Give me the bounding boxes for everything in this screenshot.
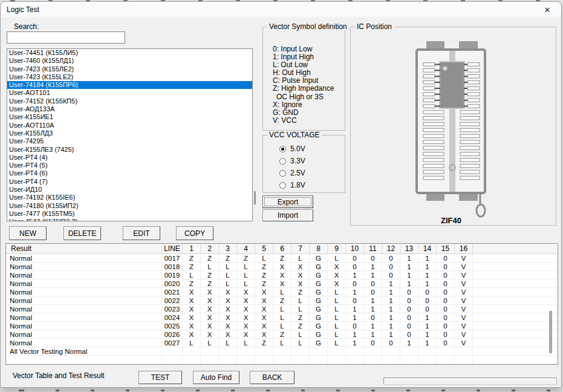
vcc-option[interactable]: 5.0V <box>263 143 345 155</box>
list-item[interactable]: User-74192 (К155IE6) <box>7 194 252 201</box>
vector-cell: 0 <box>346 279 364 287</box>
vector-cell: 1 <box>400 279 418 287</box>
list-item[interactable]: User-PT4 (7) <box>7 178 252 186</box>
import-button[interactable]: Import <box>262 209 313 221</box>
list-item[interactable]: User-PT4 (5) <box>7 162 252 169</box>
search-input[interactable] <box>7 31 125 44</box>
vector-cell: L <box>255 254 273 262</box>
vcc-option[interactable]: 2.5V <box>263 167 345 179</box>
result-table[interactable]: ResultLINE12345678910111213141516 Normal… <box>5 243 558 365</box>
close-button[interactable]: ✕ <box>537 2 558 18</box>
auto-find-button[interactable]: Auto Find <box>193 371 239 384</box>
list-item[interactable]: User-7423 (К155LE2) <box>7 73 252 81</box>
zif-socket-graphic <box>351 27 557 226</box>
table-row[interactable]: Normal0021XXXXXLZGL101000V <box>6 288 558 296</box>
table-row[interactable]: Normal0023XXXXXLLGL111000V <box>6 305 558 313</box>
column-header[interactable]: 11 <box>364 244 382 253</box>
list-item[interactable]: User-PT4 (4) <box>7 154 252 162</box>
radio-icon[interactable] <box>279 158 286 165</box>
vector-cell: L <box>328 322 346 330</box>
radio-icon[interactable] <box>279 146 286 152</box>
column-header[interactable]: 8 <box>310 244 328 253</box>
ic-position-groupbox: IC Position ZIF40 <box>350 27 556 226</box>
summary-row: All Vector Testing Normal <box>6 347 558 356</box>
list-item[interactable]: User-ИД10 <box>7 186 252 194</box>
socket-pin <box>423 152 444 156</box>
column-header[interactable]: 1 <box>183 244 201 253</box>
list-item[interactable]: User-74180 (К155ИП2) <box>7 202 252 210</box>
column-header[interactable]: 16 <box>455 244 473 253</box>
list-item[interactable]: User-7477 (К155ТМ5) <box>7 210 252 218</box>
back-button[interactable]: BACK <box>250 371 295 384</box>
socket-pin <box>423 176 444 180</box>
table-row[interactable]: Normal0027LLLLZLLGL100110V <box>6 339 558 347</box>
radio-icon[interactable] <box>279 182 286 189</box>
list-item[interactable]: User-7460 (К155ЛД1) <box>7 57 252 65</box>
chip-listbox[interactable]: User-74451 (К155ЛИ5)User-7460 (К155ЛД1)U… <box>7 48 253 221</box>
table-row[interactable]: Normal0017ZZZZLZLGL000110V <box>6 254 558 263</box>
export-button[interactable]: Export <box>262 195 313 208</box>
table-row[interactable]: Normal0022XXXXXZLGL011000V <box>6 296 558 305</box>
vector-cell: L <box>183 271 201 279</box>
socket-type-label: ZIF40 <box>409 216 493 225</box>
list-item[interactable]: User-AOT110A <box>7 122 252 129</box>
column-header[interactable]: 9 <box>328 244 346 253</box>
table-row[interactable]: Normal0025XXXXXLZGL011010V <box>6 322 558 330</box>
column-header[interactable]: LINE <box>162 244 183 253</box>
vector-cell: Z <box>219 254 237 262</box>
table-row[interactable]: Normal0024XXXXXLZGL101010V <box>6 313 558 322</box>
test-button[interactable]: TEST <box>138 371 182 384</box>
list-item[interactable]: User-74184 (К155ПР6) <box>7 81 252 89</box>
table-row[interactable]: Normal0018ZLLLZXXGX010110V <box>6 263 558 271</box>
back-button-label: BACK <box>262 373 282 382</box>
vector-cell: 1 <box>382 296 400 304</box>
column-header[interactable]: 14 <box>418 244 437 253</box>
vcc-option-label: 2.5V <box>290 169 305 177</box>
vector-cell: 1 <box>346 288 364 296</box>
list-item[interactable]: User-К155ЛД3 <box>7 129 252 137</box>
list-item[interactable]: User-74152 (К155КП5) <box>7 97 252 105</box>
list-item[interactable]: User-4543 (К176ID3-2) <box>7 218 252 221</box>
edit-button[interactable]: EDIT <box>123 226 160 240</box>
table-row[interactable]: Normal0020ZZLLZXXGX001110V <box>6 279 558 288</box>
list-item[interactable]: User-PT4 (6) <box>7 169 252 177</box>
copy-button[interactable]: COPY <box>176 226 213 240</box>
listbox-scrollbar-thumb[interactable] <box>254 191 256 204</box>
column-header[interactable]: 5 <box>255 244 273 253</box>
vcc-option-label: 1.8V <box>290 181 305 189</box>
list-item[interactable]: User-74451 (К155ЛИ5) <box>7 49 252 57</box>
column-header[interactable]: 2 <box>201 244 219 253</box>
new-button[interactable]: NEW <box>9 226 47 240</box>
list-item[interactable]: User-74295 <box>7 137 252 145</box>
column-header[interactable]: 13 <box>400 244 418 253</box>
list-item[interactable]: User-AOT101 <box>7 89 252 97</box>
vector-cell: V <box>455 254 473 262</box>
delete-button[interactable]: DELETE <box>63 226 101 240</box>
column-header[interactable]: 15 <box>437 244 455 253</box>
list-item[interactable]: User-7423 (К155ЛЕ2) <box>7 65 252 73</box>
table-row[interactable]: Normal0019LZLLZXXGX110110V <box>6 271 558 279</box>
vector-cell: L <box>328 305 346 313</box>
table-scrollbar-thumb[interactable] <box>549 311 552 353</box>
socket-pin <box>460 122 480 126</box>
column-header[interactable]: 12 <box>382 244 400 253</box>
column-header[interactable]: Result <box>6 244 162 253</box>
column-header[interactable]: 4 <box>237 244 255 253</box>
column-header[interactable]: 10 <box>346 244 364 253</box>
table-row[interactable]: Normal0026XXXXXZLGL111010V <box>6 330 558 339</box>
column-header[interactable]: 7 <box>291 244 310 253</box>
radio-icon[interactable] <box>279 170 286 177</box>
list-item[interactable]: User-К155ЛЕ3 (7425) <box>7 146 252 154</box>
vcc-option[interactable]: 3.3V <box>263 155 345 167</box>
list-item[interactable]: User-К155ИЕ1 <box>7 113 252 121</box>
vector-cell: Z <box>237 254 255 262</box>
line-cell: 0025 <box>162 322 183 330</box>
list-item[interactable]: User-АОД133А <box>7 105 252 113</box>
column-header[interactable]: 6 <box>273 244 291 253</box>
vcc-option[interactable]: 1.8V <box>263 179 345 191</box>
column-header[interactable]: 3 <box>219 244 237 253</box>
close-icon: ✕ <box>544 5 551 15</box>
vector-cell: 0 <box>364 288 382 296</box>
test-button-label: TEST <box>151 373 170 382</box>
vector-cell: L <box>273 339 291 347</box>
